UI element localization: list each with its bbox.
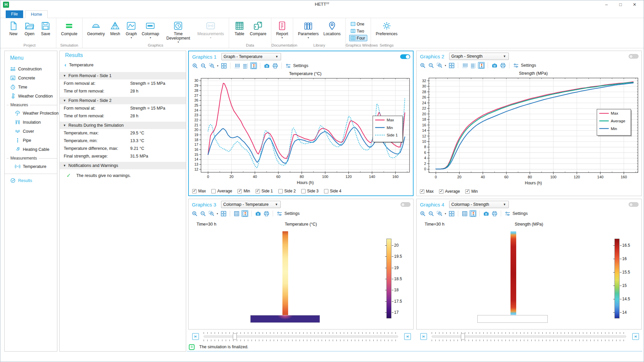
camera-button[interactable] [483, 210, 489, 217]
panel-toggle-switch[interactable] [400, 202, 411, 207]
time-step-back-button[interactable] [420, 333, 427, 340]
fit-button[interactable] [448, 210, 455, 217]
camera-button[interactable] [263, 62, 270, 69]
panel-settings-button[interactable]: Settings [513, 62, 536, 69]
printer-button[interactable] [499, 62, 506, 69]
ribbon-button-compare[interactable]: Compare [249, 20, 268, 37]
printer-button[interactable] [491, 210, 498, 217]
grid-vertical-button[interactable] [461, 62, 468, 69]
colorbar-toggle-button[interactable] [478, 62, 485, 69]
tab-file[interactable]: File [6, 10, 23, 18]
time-slider-track[interactable] [204, 336, 398, 338]
panel-toggle-switch[interactable] [629, 202, 639, 207]
grid-vertical-button[interactable] [233, 62, 240, 69]
panel-settings-button[interactable]: Settings [276, 210, 300, 217]
fit-button[interactable] [220, 62, 227, 69]
sidebar-item-construction[interactable]: Construction [5, 64, 57, 73]
ribbon-button-preferences[interactable]: Preferences [374, 20, 399, 37]
series-checkbox-max[interactable]: Max [192, 189, 206, 193]
panel-settings-button[interactable]: Settings [285, 62, 308, 69]
results-section-header-results-during-the-simulation[interactable]: ▼Results During the Simulation [60, 122, 186, 129]
fit-button[interactable] [448, 62, 455, 69]
ribbon-button-time-development[interactable]: Time Development▾ [162, 20, 194, 44]
view-select-dropdown[interactable]: Graph - Strength▼ [449, 53, 509, 60]
zoom-in-button[interactable] [419, 62, 426, 69]
sidebar-item-weather-condition[interactable]: Weather Condition [5, 92, 57, 101]
printer-button[interactable] [272, 62, 278, 69]
colorbar-toggle-button[interactable] [470, 210, 476, 217]
series-checkbox-max[interactable]: Max [420, 189, 434, 194]
results-section-header-form-removal-side-1[interactable]: ▼Form Removal - Side 1 [60, 72, 186, 79]
grid-table-button[interactable] [461, 210, 468, 217]
ribbon-button-mesh[interactable]: Mesh [108, 20, 122, 37]
sidebar-item-results[interactable]: Results [5, 176, 57, 185]
panel-toggle-switch[interactable] [400, 54, 410, 59]
colorbar-toggle-button[interactable] [250, 62, 257, 69]
grid-horizontal-button[interactable] [242, 62, 249, 69]
tab-home[interactable]: Home [25, 10, 48, 18]
series-checkbox-side-1[interactable]: Side 1 [256, 189, 273, 193]
ribbon-button-parameters[interactable]: Parameters▾ [297, 20, 320, 40]
ribbon-button-table[interactable]: Table [232, 20, 247, 37]
minimize-button[interactable]: – [599, 0, 613, 9]
zoom-in-button[interactable] [419, 210, 426, 217]
dropdown-caret-icon[interactable]: ▾ [445, 64, 446, 67]
results-section-header-notifications-and-warnings[interactable]: ▼Notifications and Warnings [60, 162, 186, 169]
series-checkbox-side-2[interactable]: Side 2 [278, 189, 296, 193]
series-checkbox-side-4[interactable]: Side 4 [324, 189, 341, 193]
sidebar-item-insulation[interactable]: Insulation [5, 118, 57, 127]
sidebar-item-weather-protection[interactable]: Weather Protection [5, 109, 57, 118]
ribbon-button-one[interactable]: One [349, 21, 368, 27]
ribbon-button-compute[interactable]: Compute [60, 20, 79, 37]
ribbon-button-new[interactable]: New [6, 20, 20, 37]
ribbon-button-open[interactable]: Open [22, 20, 37, 37]
time-slider-handle[interactable] [461, 333, 465, 340]
dropdown-caret-icon[interactable]: ▾ [445, 212, 446, 215]
ribbon-button-locations[interactable]: Locations [322, 20, 342, 37]
ribbon-button-report[interactable]: Report▾ [275, 20, 289, 40]
time-step-forward-button[interactable] [404, 333, 411, 340]
zoom-select-button[interactable] [208, 210, 215, 217]
grid-table-button[interactable] [233, 210, 240, 217]
camera-button[interactable] [255, 210, 261, 217]
dropdown-caret-icon[interactable]: ▾ [217, 64, 218, 67]
zoom-in-button[interactable] [192, 62, 198, 69]
sidebar-item-pipe[interactable]: Pipe [5, 136, 57, 145]
sidebar-item-cover[interactable]: Cover [5, 127, 57, 136]
view-select-dropdown[interactable]: Graph - Temperature▼ [221, 53, 281, 60]
results-back-row[interactable]: ‹ Temperature [60, 62, 186, 70]
series-checkbox-average[interactable]: Average [211, 189, 232, 193]
dropdown-caret-icon[interactable]: ▾ [217, 212, 218, 215]
view-select-dropdown[interactable]: Colormap - Temperature▼ [221, 201, 281, 208]
time-slider-track[interactable] [432, 336, 626, 338]
ribbon-button-two[interactable]: Two [349, 28, 368, 34]
zoom-select-button[interactable] [208, 62, 215, 69]
ribbon-button-colormap[interactable]: Colormap▾ [140, 20, 160, 40]
zoom-out-button[interactable] [200, 210, 206, 217]
close-button[interactable]: ✕ [628, 0, 642, 9]
series-checkbox-side-3[interactable]: Side 3 [301, 189, 319, 193]
zoom-in-button[interactable] [191, 210, 198, 217]
grid-horizontal-button[interactable] [470, 62, 476, 69]
zoom-out-button[interactable] [428, 210, 434, 217]
sidebar-item-temperature[interactable]: Temperature [5, 162, 57, 171]
series-checkbox-min[interactable]: Min [465, 189, 478, 194]
time-slider-handle[interactable] [233, 333, 237, 340]
sidebar-item-time[interactable]: Time [5, 82, 57, 92]
view-select-dropdown[interactable]: Colormap - Strength▼ [449, 201, 509, 208]
zoom-select-button[interactable] [436, 62, 443, 69]
panel-settings-button[interactable]: Settings [504, 210, 528, 217]
printer-button[interactable] [263, 210, 270, 217]
panel-toggle-switch[interactable] [629, 54, 639, 59]
series-checkbox-min[interactable]: Min [237, 189, 250, 193]
ribbon-button-four[interactable]: Four [349, 35, 368, 41]
time-step-back-button[interactable] [192, 333, 199, 340]
sidebar-item-concrete[interactable]: Concrete [5, 73, 57, 82]
results-section-header-form-removal-side-2[interactable]: ▼Form Removal - Side 2 [60, 97, 186, 104]
sidebar-item-heating-cable[interactable]: Heating Cable [5, 145, 57, 154]
ribbon-button-graph[interactable]: Graph▾ [124, 20, 138, 40]
time-step-forward-button[interactable] [632, 333, 639, 340]
ribbon-button-geometry[interactable]: Geometry [86, 20, 106, 37]
fit-button[interactable] [220, 210, 227, 217]
series-checkbox-average[interactable]: Average [439, 189, 460, 194]
